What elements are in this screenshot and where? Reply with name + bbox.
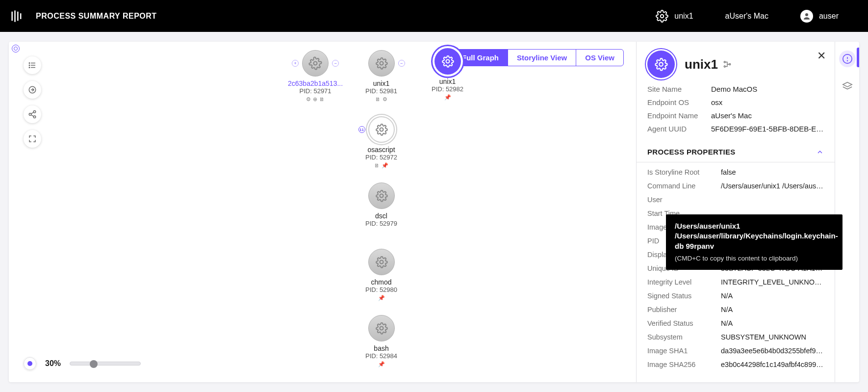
workspace: Full Graph Storyline View OS View + [9,42,859,382]
detail-panel: ✕ unix1 Site NameDemo MacOS Endpoint OSo… [636,42,835,382]
property-value: e3b0c44298fc1c149afbf4c8996fb... [721,361,824,368]
avatar-icon [800,10,813,23]
property-value: INTEGRITY_LEVEL_UNKNOWN [721,278,824,286]
property-value: false [721,168,824,176]
header-user-label: auser [819,12,839,21]
svg-point-21 [314,62,317,65]
property-value: /Users/auser/unix1 /Users/auser/... [721,182,824,190]
node-unix1a[interactable]: − unix1 PID: 52981 🗎⚙ [365,50,397,103]
node-osascript-pid: PID: 52972 [365,154,397,161]
property-row: Integrity LevelINTEGRITY_LEVEL_UNKNOWN [637,275,835,289]
node-chmod-name: chmod [371,278,392,286]
header-process[interactable]: unix1 [656,10,693,23]
detail-title: unix1 [685,57,732,72]
property-key: Publisher [647,306,721,314]
fullscreen-button[interactable] [24,130,41,148]
svg-point-26 [380,261,383,264]
svg-point-24 [380,128,383,131]
property-row: Verified StatusN/A [637,316,835,330]
property-row: Is Storyline Rootfalse [637,165,835,179]
node-unix1b-pid: PID: 52982 [432,85,463,93]
svg-point-22 [380,62,383,65]
process-properties-list[interactable]: Is Storyline RootfalseCommand Line/Users… [637,162,835,382]
expand-port-icon[interactable]: + [292,60,299,67]
detail-process-icon [647,51,675,78]
svg-point-27 [380,327,383,330]
view-os[interactable]: OS View [576,50,623,66]
header-endpoint[interactable]: aUser's Mac [725,12,768,21]
collapse-port-icon[interactable]: − [332,60,339,67]
command-line-tooltip: /Users/auser/unix1 /Users/auser/library/… [666,214,842,270]
property-key: Image SHA1 [647,347,721,355]
header-endpoint-label: aUser's Mac [725,12,768,21]
svg-point-29 [724,61,725,63]
zoom-reset-button[interactable] [24,357,36,370]
logo-icon [10,9,24,23]
right-rail [835,42,859,382]
node-unix1b[interactable]: unix1 PID: 52982 📌 [432,48,463,101]
property-key: Image SHA256 [647,361,721,368]
close-icon[interactable]: ✕ [817,50,826,62]
node-osascript-name: osascript [368,146,395,154]
node-dscl-name: dscl [375,212,387,220]
graph-canvas[interactable]: Full Graph Storyline View OS View + [9,42,636,382]
property-key: User [647,196,721,204]
svg-point-30 [724,66,725,67]
property-row: SubsystemSUBSYSTEM_UNKNOWN [637,330,835,344]
node-dscl[interactable]: dscl PID: 52979 [365,183,397,227]
property-value: N/A [721,292,824,300]
header-process-label: unix1 [674,12,693,21]
svg-point-23 [446,60,449,63]
rail-layers-button[interactable] [839,78,856,95]
svg-point-25 [380,194,383,198]
rail-info-button[interactable] [839,51,856,67]
property-key: Subsystem [647,333,721,341]
node-unix1a-pid: PID: 52981 [365,87,397,95]
view-toggle: Full Graph Storyline View OS View [453,49,624,66]
svg-point-15 [33,116,36,118]
property-key: Verified Status [647,319,721,327]
node-root[interactable]: + − 2c63ba2b1a513... PID: 52971 ⚙⊕🗎 [288,50,343,103]
tree-icon[interactable] [723,60,732,69]
count-port-icon[interactable]: 11 [358,126,365,133]
svg-point-4 [661,14,664,18]
node-dscl-pid: PID: 52979 [365,220,397,227]
property-value: N/A [721,306,824,314]
zoom-thumb[interactable] [90,360,98,368]
node-unix1b-name: unix1 [439,78,456,85]
property-key: Is Storyline Root [647,168,721,176]
chevron-up-icon [816,148,824,156]
property-row: PublisherN/A [637,303,835,316]
zoom-label: 30% [45,359,61,368]
header-user[interactable]: auser [800,10,839,23]
property-value: da39a3ee5e6b4b0d3255bfef956... [721,347,824,355]
view-storyline[interactable]: Storyline View [508,50,576,66]
node-root-badges: ⚙⊕🗎 [306,96,325,103]
svg-marker-35 [842,82,851,87]
graph-edges [9,42,156,115]
property-row: Image SHA256e3b0c44298fc1c149afbf4c8996f… [637,358,835,371]
node-chmod-pid: PID: 52980 [365,286,397,293]
property-row: User [637,193,835,207]
process-properties-toggle[interactable]: PROCESS PROPERTIES [637,142,835,162]
node-osascript[interactable]: 11 osascript PID: 52972 🗎📌 [365,116,397,169]
node-chmod[interactable]: chmod PID: 52980 📌 [365,249,397,301]
property-row: Signed StatusN/A [637,289,835,303]
property-value: SUBSYSTEM_UNKNOWN [721,333,824,341]
page-title: PROCESS SUMMARY REPORT [36,12,157,21]
property-key: Command Line [647,182,721,190]
property-value: N/A [721,319,824,327]
node-bash[interactable]: bash PID: 52984 📌 [365,315,397,367]
property-key: Signed Status [647,292,721,300]
svg-point-5 [805,13,808,16]
app-header: PROCESS SUMMARY REPORT unix1 aUser's Mac… [0,0,868,32]
svg-point-34 [847,60,847,61]
node-root-name: 2c63ba2b1a513... [288,79,343,87]
node-bash-name: bash [374,344,388,352]
property-row: Image SHA1da39a3ee5e6b4b0d3255bfef956... [637,344,835,358]
collapse-port-icon[interactable]: − [398,60,405,67]
zoom-controls: 30% [24,357,141,370]
node-unix1a-name: unix1 [373,79,389,87]
property-key: Integrity Level [647,278,721,286]
zoom-slider[interactable] [70,362,141,366]
